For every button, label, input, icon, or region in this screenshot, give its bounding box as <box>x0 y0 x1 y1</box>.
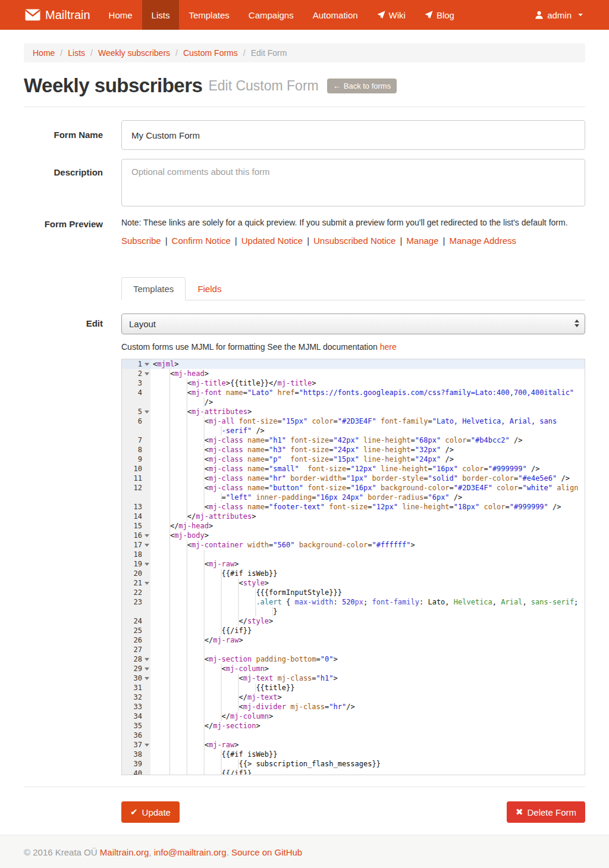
code-line[interactable]: /> <box>122 397 585 407</box>
gutter-cell: 13 <box>122 502 150 512</box>
code-line[interactable]: 2 <mj-head> <box>122 369 585 378</box>
code-line[interactable]: 23 .alert { max-width: 520px; font-famil… <box>122 597 585 607</box>
preview-link-unsubscribed-notice[interactable]: Unsubscribed Notice <box>313 236 395 246</box>
code-line[interactable]: 24 </style> <box>122 616 585 626</box>
fold-toggle-icon[interactable] <box>145 677 149 680</box>
email-link[interactable]: info@mailtrain.org <box>154 847 227 857</box>
code-line[interactable]: 22 {{{formInputStyle}}} <box>122 588 585 597</box>
code-line[interactable]: 35 </mj-section> <box>122 721 585 731</box>
code-line[interactable]: 16 <mj-body> <box>122 531 585 540</box>
code-line[interactable]: 38 {{#if isWeb}} <box>122 750 585 759</box>
code-line[interactable]: 8 <mj-class name="h3" font-size="24px" l… <box>122 445 585 455</box>
code-line[interactable]: 14 </mj-attributes> <box>122 512 585 521</box>
nav-item-templates[interactable]: Templates <box>179 0 238 30</box>
update-button[interactable]: ✔ Update <box>121 801 180 823</box>
gutter-cell: 26 <box>122 635 150 645</box>
code-line[interactable]: 15 </mj-head> <box>122 521 585 531</box>
mjml-docs-link[interactable]: here <box>380 342 397 352</box>
code-text <box>150 645 585 654</box>
code-line[interactable]: 31 {{title}} <box>122 683 585 692</box>
code-line[interactable]: 3 <mj-title>{{title}}</mj-title> <box>122 378 585 388</box>
code-text: <mj-section padding-bottom="0"> <box>150 654 585 664</box>
fold-toggle-icon[interactable] <box>145 372 149 375</box>
preview-link-subscribe[interactable]: Subscribe <box>121 236 161 246</box>
preview-link-updated-notice[interactable]: Updated Notice <box>241 236 303 246</box>
code-line[interactable]: 28 <mj-section padding-bottom="0"> <box>122 654 585 664</box>
code-text: <style> <box>150 578 585 588</box>
back-to-forms-button[interactable]: ← Back to forms <box>327 79 397 93</box>
preview-link-manage-address[interactable]: Manage Address <box>449 236 516 246</box>
code-line[interactable]: 12 <mj-class name="button" font-size="16… <box>122 483 585 493</box>
fold-toggle-icon[interactable] <box>145 534 149 537</box>
code-line[interactable]: 13 <mj-class name="footer-text" font-siz… <box>122 502 585 512</box>
fold-toggle-icon[interactable] <box>145 582 149 585</box>
code-line[interactable]: 1<mjml> <box>122 359 585 369</box>
code-line[interactable]: 33 <mj-divider mj-class="hr"/> <box>122 702 585 712</box>
gutter-cell: 19 <box>122 559 150 569</box>
fold-toggle-icon[interactable] <box>145 744 149 747</box>
gutter-cell: 9 <box>122 455 150 464</box>
code-line[interactable]: 17 <mj-container width="560" background-… <box>122 540 585 550</box>
code-line[interactable]: 32 </mj-text> <box>122 692 585 702</box>
code-line[interactable]: -serif" /> <box>122 426 585 435</box>
code-line[interactable]: 30 <mj-text mj-class="h1"> <box>122 673 585 683</box>
code-editor[interactable]: 1<mjml>2 <mj-head>3 <mj-title>{{title}}<… <box>121 359 585 775</box>
code-line[interactable]: 11 <mj-class name="hr" border-width="1px… <box>122 474 585 483</box>
nav-item-campaigns[interactable]: Campaigns <box>239 0 303 30</box>
code-line[interactable]: 10 <mj-class name="small" font-size="12p… <box>122 464 585 474</box>
code-line[interactable]: 19 <mj-raw> <box>122 559 585 569</box>
description-textarea[interactable] <box>121 159 585 206</box>
fold-toggle-icon[interactable] <box>145 563 149 566</box>
preview-link-manage[interactable]: Manage <box>406 236 438 246</box>
code-text: {{title}} <box>150 683 585 692</box>
code-line[interactable]: 36 <box>122 731 585 740</box>
code-line[interactable]: 34 </mj-column> <box>122 712 585 721</box>
nav-item-wiki[interactable]: Wiki <box>368 0 415 30</box>
code-line[interactable]: 40 {{/if}} <box>122 769 585 775</box>
fold-toggle-icon[interactable] <box>145 411 149 413</box>
breadcrumb-home[interactable]: Home <box>33 48 55 58</box>
nav-item-blog[interactable]: Blog <box>415 0 464 30</box>
code-line[interactable]: 18 <box>122 550 585 559</box>
code-line[interactable]: 4 <mj-font name="Lato" href="https://fon… <box>122 388 585 397</box>
gutter-cell: 17 <box>122 540 150 550</box>
mailtrain-org-link[interactable]: Mailtrain.org <box>100 847 149 857</box>
tab-fields[interactable]: Fields <box>186 277 233 300</box>
gutter-cell: 6 <box>122 416 150 426</box>
nav-item-home[interactable]: Home <box>99 0 142 30</box>
code-line[interactable]: 37 <mj-raw> <box>122 740 585 750</box>
code-line[interactable]: 20 {{#if isWeb}} <box>122 569 585 578</box>
code-line[interactable]: 6 <mj-all font-size="15px" color="#2D3E4… <box>122 416 585 426</box>
code-line[interactable]: 9 <mj-class name="p" font-size="15px" li… <box>122 455 585 464</box>
brand-link[interactable]: Mailtrain <box>0 0 99 30</box>
code-line[interactable]: } <box>122 607 585 616</box>
fold-toggle-icon[interactable] <box>145 668 149 670</box>
fold-toggle-icon[interactable] <box>145 658 149 661</box>
nav-item-lists[interactable]: Lists <box>142 0 180 30</box>
code-line[interactable]: 7 <mj-class name="h1" font-size="42px" l… <box>122 435 585 445</box>
code-line[interactable]: 5 <mj-attributes> <box>122 407 585 416</box>
edit-template-select[interactable]: Layout <box>121 314 585 334</box>
gutter-cell: 8 <box>122 445 150 455</box>
breadcrumb-custom-forms[interactable]: Custom Forms <box>183 48 238 58</box>
code-line[interactable]: ="left" inner-padding="16px 24px" border… <box>122 493 585 502</box>
code-line[interactable]: 26 </mj-raw> <box>122 635 585 645</box>
breadcrumb-list-name[interactable]: Weekly subscribers <box>98 48 170 58</box>
form-name-input[interactable] <box>121 120 585 150</box>
fold-toggle-icon[interactable] <box>145 544 149 547</box>
fold-toggle-icon[interactable] <box>145 363 149 366</box>
breadcrumb-lists[interactable]: Lists <box>68 48 85 58</box>
delete-form-button[interactable]: ✖ Delete Form <box>507 801 585 823</box>
preview-link-confirm-notice[interactable]: Confirm Notice <box>172 236 231 246</box>
tab-templates[interactable]: Templates <box>121 277 186 300</box>
code-line[interactable]: 29 <mj-column> <box>122 664 585 673</box>
nav-item-automation[interactable]: Automation <box>303 0 368 30</box>
copyright-text: © 2016 Kreata OÜ <box>24 847 100 857</box>
code-line[interactable]: 39 {{> subscription_flash_messages}} <box>122 759 585 769</box>
user-menu[interactable]: admin <box>525 0 592 30</box>
code-line[interactable]: 25 {{/if}} <box>122 626 585 635</box>
github-link[interactable]: Source on GitHub <box>231 847 302 857</box>
code-line[interactable]: 21 <style> <box>122 578 585 588</box>
code-line[interactable]: 27 <box>122 645 585 654</box>
gutter-cell: 29 <box>122 664 150 673</box>
